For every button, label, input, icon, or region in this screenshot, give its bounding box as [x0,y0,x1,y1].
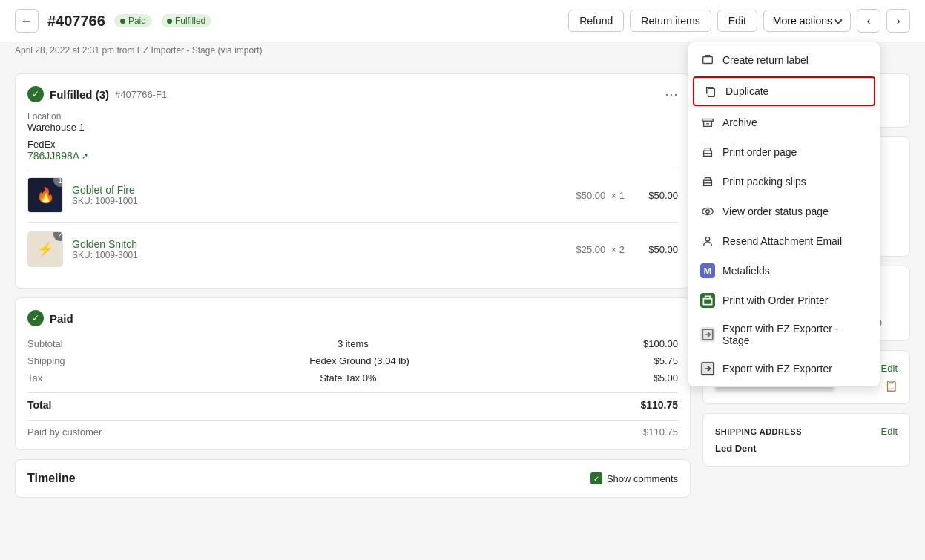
paid-by-amount: $110.75 [643,426,678,438]
dropdown-label-print-order: Print order page [722,146,797,158]
copy-contact-icon[interactable]: 📋 [885,380,898,392]
fulfilled-check-icon: ✓ [27,86,44,102]
item-image-1: 2 ⚡ [27,231,63,267]
timeline-title: Timeline [27,472,76,485]
item-placeholder-icon-1: ⚡ [37,241,53,257]
return-label-icon [700,53,715,67]
dropdown-item-duplicate[interactable]: Duplicate [693,76,875,106]
fulfilled-title-row: ✓ Fulfilled (3) #407766-F1 [27,86,167,102]
tax-amount: $5.00 [654,372,678,383]
dropdown-label-export-ez-stage: Export with EZ Exporter - Stage [722,323,868,346]
dropdown-item-print-order[interactable]: Print order page [688,137,880,167]
contact-edit-link[interactable]: Edit [881,363,898,374]
carrier-row: FedEx 786JJ898A ➚ [27,139,678,162]
fulfilled-badge: Fulfilled [161,14,211,27]
item-total-0: $50.00 [633,190,678,201]
more-actions-button[interactable]: More actions [763,10,851,32]
item-sku-1: SKU: 1009-3001 [72,250,567,260]
svg-rect-2 [702,119,713,122]
next-order-button[interactable]: › [886,9,910,33]
fulfilled-card: ✓ Fulfilled (3) #407766-F1 ⋯ Location Wa… [15,73,691,289]
fulfilled-badge-dot [167,19,172,24]
metafields-icon: M [700,263,715,278]
shipping-amount: $5.75 [654,355,678,366]
total-row: Total $110.75 [27,392,678,414]
timeline-card: Timeline ✓ Show comments [15,459,691,498]
dropdown-item-view-status[interactable]: View order status page [688,197,880,226]
order-id: #407766 [47,13,105,30]
printer-green-icon [700,293,715,308]
timeline-header: Timeline ✓ Show comments [27,472,678,485]
item-info-0: Goblet of Fire SKU: 1009-1001 [72,184,567,206]
print-packing-icon [700,174,715,189]
carrier-name: FedEx [27,139,678,150]
page: ← #407766 Paid Fulfilled Refund Return i… [0,0,925,560]
dropdown-label-print-order-printer: Print with Order Printer [722,294,828,306]
show-comments-checkbox[interactable]: ✓ [590,472,602,484]
export-gray-icon [700,327,715,342]
show-comments-row: ✓ Show comments [590,472,678,484]
shipping-card: SHIPPING ADDRESS Edit Led Dent [702,413,910,467]
return-items-button[interactable]: Return items [630,10,711,32]
paid-badge-dot [120,19,125,24]
tax-row: Tax State Tax 0% $5.00 [27,369,678,386]
dropdown-label-view-status: View order status page [722,205,829,217]
back-button[interactable]: ← [15,9,39,33]
dropdown-label-metafields: Metafields [722,265,770,277]
external-link-icon: ➚ [82,151,88,161]
dropdown-label-archive: Archive [722,116,757,128]
svg-point-7 [705,237,709,241]
paid-by-row: Paid by customer $110.75 [27,420,678,438]
subtotal-label: Subtotal [27,338,63,349]
print-order-icon [700,145,715,159]
fulfilled-title: Fulfilled (3) [50,88,109,101]
tracking-link[interactable]: 786JJ898A ➚ [27,150,88,162]
item-image-0: 1 🔥 [27,177,63,213]
svg-point-5 [702,208,713,215]
item-sku-0: SKU: 1009-1001 [72,196,567,206]
svg-rect-8 [703,299,711,305]
dropdown-item-metafields[interactable]: M Metafields [688,256,880,286]
total-label: Total [27,399,51,411]
more-actions-dropdown: Create return label Duplicate Archive Pr… [688,42,880,387]
page-header: ← #407766 Paid Fulfilled Refund Return i… [0,0,925,42]
refund-button[interactable]: Refund [568,10,624,32]
dropdown-label-duplicate: Duplicate [725,85,768,97]
item-name-link-0[interactable]: Goblet of Fire [72,184,135,196]
paid-check-icon: ✓ [27,310,44,326]
item-name-link-1[interactable]: Golden Snitch [72,238,137,250]
fulfilled-more-button[interactable]: ⋯ [665,86,678,102]
dropdown-label-resend-email: Resend Attachment Email [722,235,842,247]
dropdown-item-print-order-printer[interactable]: Print with Order Printer [688,286,880,315]
subtotal-detail: 3 items [338,338,369,349]
payment-title: Paid [50,312,73,325]
tax-detail: State Tax 0% [320,372,376,383]
edit-button[interactable]: Edit [717,10,757,32]
prev-order-button[interactable]: ‹ [857,9,880,33]
shipping-row: Shipping Fedex Ground (3.04 lb) $5.75 [27,352,678,369]
fulfilled-card-header: ✓ Fulfilled (3) #407766-F1 ⋯ [27,86,678,102]
dropdown-label-print-packing: Print packing slips [722,176,806,188]
dropdown-item-archive[interactable]: Archive [688,108,880,137]
shipping-title: SHIPPING ADDRESS [715,427,802,436]
show-comments-label: Show comments [607,473,678,484]
tax-label: Tax [27,372,42,383]
dropdown-item-export-ez-stage[interactable]: Export with EZ Exporter - Stage [688,315,880,354]
svg-rect-1 [708,88,714,96]
shipping-detail: Fedex Ground (3.04 lb) [309,355,409,366]
paid-by-label: Paid by customer [27,426,102,438]
eye-icon [700,204,715,219]
paid-badge: Paid [114,14,152,27]
dropdown-label-export-ez: Export with EZ Exporter [722,363,832,375]
item-placeholder-icon-0: 🔥 [36,186,55,204]
dropdown-item-create-return-label[interactable]: Create return label [688,45,880,75]
svg-rect-0 [703,57,713,64]
person-icon [700,234,715,248]
item-price-1: $25.00 × 2 [576,244,625,255]
dropdown-item-export-ez[interactable]: Export with EZ Exporter [688,354,880,383]
item-price-0: $50.00 × 1 [576,190,625,201]
dropdown-item-print-packing[interactable]: Print packing slips [688,167,880,197]
location-label: Location [27,111,678,122]
shipping-edit-link[interactable]: Edit [881,426,898,437]
dropdown-item-resend-email[interactable]: Resend Attachment Email [688,226,880,256]
